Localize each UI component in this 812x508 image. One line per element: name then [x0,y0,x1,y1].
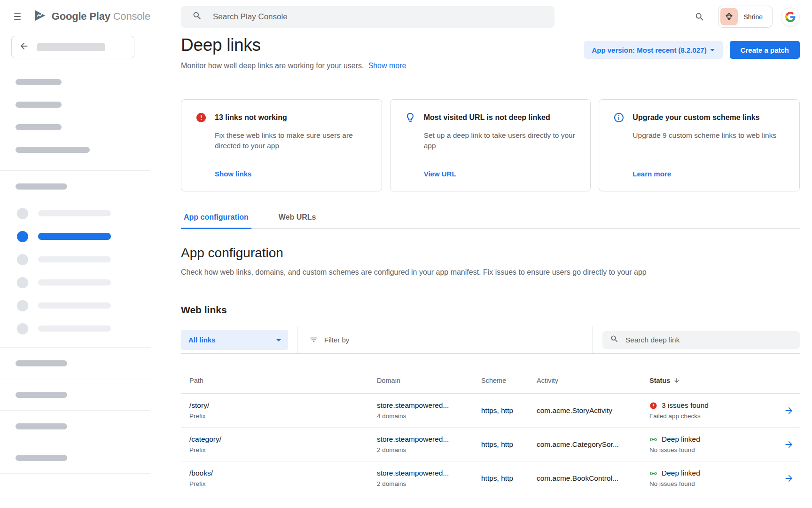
skeleton-bar [38,210,111,216]
skeleton-bar [16,392,67,398]
sidebar-item[interactable] [0,294,150,317]
filter-by-button[interactable]: Filter by [309,335,349,344]
domain-count: 2 domains [377,480,481,487]
sidebar-item[interactable] [0,202,150,225]
deep-link-search[interactable] [602,331,800,349]
sidebar-item[interactable] [0,248,150,271]
status-value: 3 issues found [662,401,709,410]
table-header: Path Domain Scheme Activity Status [181,354,800,394]
path-type: Prefix [189,480,377,487]
skeleton-bar [38,279,111,286]
diamond-icon [724,12,734,22]
links-filter-value: All links [188,336,216,344]
menu-icon[interactable] [14,10,21,23]
filter-icon [309,335,318,344]
sidebar-header: Google Play Console [0,0,150,33]
web-links-toolbar: All links Filter by [181,326,800,354]
table-row[interactable]: /story/Prefix store.steampowered...4 dom… [181,394,800,428]
nav-dot-icon [17,323,28,334]
sidebar-nav-items [0,202,150,340]
column-header-activity[interactable]: Activity [537,377,649,384]
page-subtitle: Monitor how well deep links are working … [181,62,406,70]
skeleton-bar [38,233,111,240]
row-detail-arrow[interactable] [784,473,800,484]
error-icon [195,112,207,123]
table-row[interactable]: /item/ store.steampowered... Deep linked [181,495,800,508]
sidebar-divider [0,170,150,171]
app-selector[interactable]: Shrine [718,6,773,28]
deep-link-search-input[interactable] [625,336,793,344]
domain-value: store.steampowered... [377,435,481,444]
google-logo-icon [785,12,796,22]
show-more-link[interactable]: Show more [368,62,406,70]
column-header-status[interactable]: Status [649,377,772,384]
skeleton-bar [16,423,67,429]
domain-count: 4 domains [377,413,481,420]
nav-dot-icon [17,208,28,219]
domain-value: store.steampowered... [377,401,481,410]
back-arrow-icon [19,41,29,53]
header-actions: App version: Most recent (8.2.027) Creat… [584,41,800,59]
chevron-down-icon [707,44,718,56]
sidebar-section[interactable] [0,379,150,411]
row-detail-arrow[interactable] [784,405,800,416]
table-row[interactable]: /books/Prefix store.steampowered...2 dom… [181,461,800,495]
path-value: /item/ [189,507,377,508]
filter-by-label: Filter by [324,336,349,344]
web-links-heading: Web links [181,304,800,316]
tab-app-configuration[interactable]: App configuration [181,213,251,229]
sidebar: Google Play Console [0,0,150,508]
table-row[interactable]: /category/Prefix store.steampowered...2 … [181,428,800,461]
column-header-scheme[interactable]: Scheme [481,377,537,384]
skeleton-bar [16,102,62,108]
column-header-domain[interactable]: Domain [377,377,481,384]
card-links-not-working: 13 links not working Fix these web links… [181,99,382,191]
status-value: Deep linked [662,469,700,477]
links-filter-dropdown[interactable]: All links [181,330,288,350]
scheme-value: https, http [481,440,537,449]
view-url-link[interactable]: View URL [424,170,579,178]
sidebar-nav-skeleton [16,79,150,153]
sidebar-section[interactable] [0,348,150,379]
sidebar-item-active-deep-links[interactable] [0,225,150,248]
search-icon [192,11,202,23]
toolbar-divider [297,326,297,353]
sidebar-item[interactable] [0,271,150,294]
play-console-logo[interactable]: Google Play Console [33,8,150,24]
card-body: Fix these web links to make sure users a… [215,130,370,151]
nav-dot-icon [17,300,28,311]
card-most-visited-url: Most visited URL is not deep linked Set … [390,99,591,191]
domain-value: store.steampowered... [377,507,481,508]
skeleton-bar [37,43,105,51]
sidebar-item[interactable] [0,317,150,340]
app-version-dropdown[interactable]: App version: Most recent (8.2.027) [584,41,722,59]
skeleton-bar [38,325,111,332]
skeleton-bar [16,455,67,461]
top-bar-actions: Shrine [695,6,800,28]
activity-value: com.acme.CategorySor... [537,440,649,449]
sidebar-section[interactable] [0,442,150,474]
create-patch-button[interactable]: Create a patch [730,41,800,59]
account-avatar[interactable] [781,8,800,26]
learn-more-link[interactable]: Learn more [632,170,788,178]
status-value: Deep linked [662,507,700,508]
global-search[interactable] [181,6,554,28]
row-detail-arrow[interactable] [784,439,800,450]
info-icon [613,112,625,123]
logo-text: Google Play Console [52,10,150,23]
nav-dot-icon [17,277,28,288]
column-header-path[interactable]: Path [181,377,377,384]
search-icon-button[interactable] [695,12,705,22]
app-version-label: App version: Most recent (8.2.027) [592,46,706,54]
page-title-block: Deep links Monitor how well deep links a… [181,35,406,70]
global-search-input[interactable] [213,12,545,22]
show-links-link[interactable]: Show links [215,170,370,178]
sidebar-section[interactable] [0,411,150,442]
status-detail: No issues found [649,480,772,487]
page-header: Deep links Monitor how well deep links a… [181,35,800,70]
tab-web-urls[interactable]: Web URLs [276,213,319,229]
arrow-forward-icon [784,473,794,484]
back-navigation[interactable] [11,36,134,58]
app-name: Shrine [744,13,763,21]
skeleton-bar [16,124,62,130]
